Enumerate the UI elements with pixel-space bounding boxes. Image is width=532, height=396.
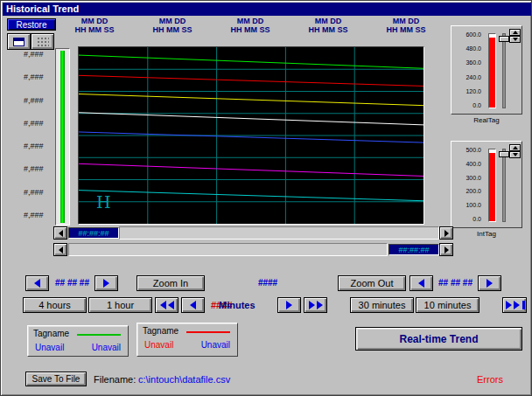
realtag-slider-groove[interactable] xyxy=(502,33,506,108)
errors-label: Errors xyxy=(477,374,503,385)
duration-1-hour-button[interactable]: 1 hour xyxy=(88,297,152,313)
trend-pen-5 xyxy=(79,132,424,142)
left-arrow-icon xyxy=(59,230,63,237)
tick-label: 480.0 xyxy=(453,45,481,52)
trend-pen-7 xyxy=(79,191,424,201)
spinner-down-icon[interactable] xyxy=(509,151,521,158)
trend-pen-1 xyxy=(79,55,424,68)
legend-max-value: Unavail xyxy=(201,340,230,350)
realtag-slider-handle[interactable] xyxy=(499,36,509,42)
pattern-button[interactable] xyxy=(31,33,54,50)
tick-label: 0.0 xyxy=(453,102,481,108)
value-axis-label: #,### xyxy=(24,188,53,197)
trend-plot xyxy=(79,47,424,224)
realtime-trend-button[interactable]: Real-time Trend xyxy=(355,327,522,351)
legend-title: Tagname xyxy=(143,326,178,336)
trend-chart[interactable]: H xyxy=(78,46,424,225)
tick-label: 120.0 xyxy=(453,88,481,94)
left-arrow-icon xyxy=(418,279,424,288)
start-date-back-button[interactable] xyxy=(25,275,49,291)
right-arrow-icon xyxy=(286,301,292,309)
pen-legend-1: Tagname Unavail Unavail xyxy=(27,325,129,357)
spinner-down-icon[interactable] xyxy=(509,36,521,43)
pen-color-line xyxy=(77,334,121,336)
end-date-back-button[interactable] xyxy=(410,275,433,291)
end-date-label: ## ## ## xyxy=(436,278,475,288)
value-axis-labels: #,####,####,####,####,####,####,####,### xyxy=(24,50,53,219)
end-bar-icon xyxy=(522,301,525,309)
value-axis-label: #,### xyxy=(24,73,53,81)
time-axis-labels: MM DDHH MM SSMM DDHH MM SSMM DDHH MM SSM… xyxy=(66,17,434,36)
window-mode-button[interactable] xyxy=(7,33,31,50)
time-axis-label: MM DDHH MM SS xyxy=(144,17,200,36)
fast-forward-button[interactable] xyxy=(304,297,327,313)
spinner-up-icon[interactable] xyxy=(509,144,521,151)
scrollbar-left-button[interactable] xyxy=(53,226,67,240)
right-arrow-icon xyxy=(444,247,449,254)
start-time-field: ##:##:## xyxy=(68,227,119,239)
scrollbar-left-button[interactable] xyxy=(53,243,67,256)
titlebar[interactable]: Historical Trend xyxy=(3,3,531,16)
right-arrow-icon xyxy=(103,279,109,288)
inttag-value-track xyxy=(488,149,496,222)
inttag-label: IntTag xyxy=(451,230,522,238)
time-axis-label: MM DDHH MM SS xyxy=(66,17,122,36)
duration-4-hours-button[interactable]: 4 hours xyxy=(23,297,87,313)
trend-pen-4 xyxy=(79,113,424,125)
scrollbar-right-button[interactable] xyxy=(439,226,453,240)
value-axis-label: #,### xyxy=(24,50,53,59)
chart-watermark: H xyxy=(96,192,111,212)
tick-label: 0.0 xyxy=(453,216,481,222)
end-date-forward-button[interactable] xyxy=(478,275,501,291)
inttag-slider-panel: 500.0400.0300.0200.0100.00.0 xyxy=(451,141,522,228)
inttag-spinner[interactable] xyxy=(509,144,521,158)
filename-path: c:\intouch\datafile.csv xyxy=(138,374,230,385)
right-arrow-icon xyxy=(506,301,512,309)
window-icon xyxy=(13,38,24,46)
historical-trend-window: Historical Trend Restore MM DDHH MM SSMM… xyxy=(0,0,532,396)
trend-pen-6 xyxy=(79,163,424,176)
value-axis-label: #,### xyxy=(24,211,53,219)
time-axis-label: MM DDHH MM SS xyxy=(300,17,356,36)
minutes-label: Minutes xyxy=(219,300,256,310)
tick-label: 600.0 xyxy=(453,31,481,38)
inttag-value-fill xyxy=(489,153,495,221)
restore-button[interactable]: Restore xyxy=(7,18,56,31)
window-title: Historical Trend xyxy=(6,3,79,14)
duration-10-minutes-button[interactable]: 10 minutes xyxy=(416,297,480,313)
chart-value-slider[interactable] xyxy=(55,48,70,226)
inttag-slider-handle[interactable] xyxy=(499,151,509,157)
tick-label: 300.0 xyxy=(453,175,481,181)
start-date-label: ## ## ## xyxy=(52,278,92,288)
tick-label: 200.0 xyxy=(453,188,481,194)
realtag-label: RealTag xyxy=(451,116,522,124)
duration-30-minutes-button[interactable]: 30 minutes xyxy=(350,297,414,313)
realtag-value-fill xyxy=(489,38,495,108)
right-arrow-icon xyxy=(486,279,493,288)
jump-to-end-button[interactable] xyxy=(502,297,527,313)
right-arrow-icon xyxy=(309,301,315,309)
step-back-button[interactable] xyxy=(181,297,205,313)
tick-label: 240.0 xyxy=(453,74,481,80)
start-date-forward-button[interactable] xyxy=(94,275,118,291)
save-to-file-button[interactable]: Save To File xyxy=(25,372,87,386)
scrollbar-track[interactable] xyxy=(68,243,388,256)
inttag-ticks: 500.0400.0300.0200.0100.00.0 xyxy=(453,147,481,222)
filename-label: Filename: xyxy=(94,374,136,385)
step-forward-button[interactable] xyxy=(277,297,301,313)
scrollbar-track[interactable] xyxy=(119,226,439,240)
value-axis-label: #,### xyxy=(24,142,53,150)
left-arrow-icon xyxy=(34,279,40,288)
realtag-spinner[interactable] xyxy=(509,29,521,43)
scrollbar-right-button[interactable] xyxy=(439,243,453,256)
left-arrow-icon xyxy=(160,301,166,309)
tick-label: 500.0 xyxy=(453,147,481,153)
time-scrollbar-end: ##:##:## xyxy=(53,243,453,256)
time-span-value: #### xyxy=(248,278,288,288)
zoom-in-button[interactable]: Zoom In xyxy=(136,275,205,291)
inttag-slider-groove[interactable] xyxy=(502,149,506,222)
fast-rewind-button[interactable] xyxy=(155,297,178,313)
zoom-out-button[interactable]: Zoom Out xyxy=(338,275,406,291)
spinner-up-icon[interactable] xyxy=(509,29,521,36)
dots-grid-icon xyxy=(37,37,49,46)
